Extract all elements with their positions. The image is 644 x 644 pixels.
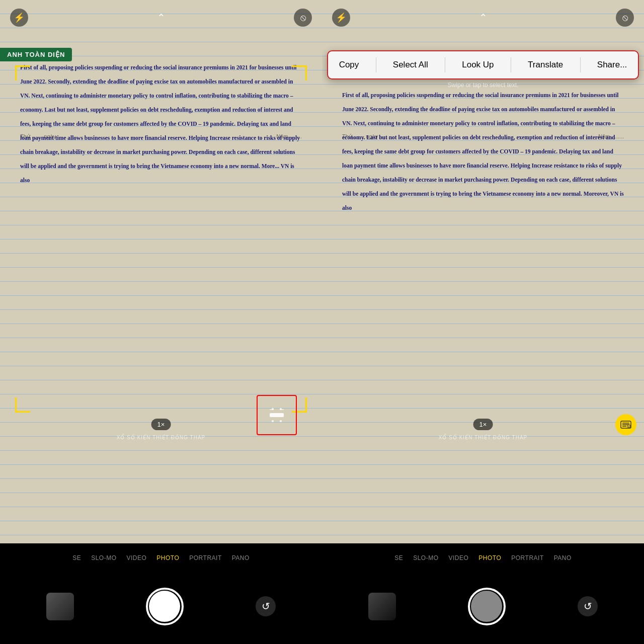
right-top-bar: ⚡ ⌃ ⦸ bbox=[322, 0, 644, 35]
right-zoom-badge[interactable]: 1× bbox=[473, 419, 493, 430]
flash-icon-right: ⚡ bbox=[336, 12, 347, 23]
svg-rect-0 bbox=[270, 413, 284, 417]
live-text-button-right[interactable] bbox=[615, 414, 636, 435]
menu-divider-2 bbox=[445, 57, 445, 72]
scan-box-left[interactable] bbox=[257, 395, 297, 435]
look-up-button[interactable]: Look Up bbox=[457, 56, 499, 74]
mode-slomo-right[interactable]: SLO-MO bbox=[413, 554, 438, 561]
left-flash-button[interactable]: ⚡ bbox=[10, 9, 28, 27]
svg-rect-6 bbox=[280, 409, 284, 410]
right-watermark: XỔ SỐ KIẾN THIẾT ĐỒNG THÁP bbox=[322, 435, 644, 440]
right-chevron-up[interactable]: ⌃ bbox=[479, 12, 488, 24]
live-off-left: ⦸ bbox=[300, 13, 306, 23]
translate-button[interactable]: Translate bbox=[523, 56, 568, 74]
share-button[interactable]: Share... bbox=[592, 56, 632, 74]
menu-divider-1 bbox=[376, 57, 376, 72]
right-camera-controls: SE SLO-MO VIDEO PHOTO PORTRAIT PANO ↺ bbox=[322, 543, 644, 644]
right-panel: Thứ ....... ngày ...... Năm ........ Fir… bbox=[322, 0, 644, 644]
mode-video-right[interactable]: VIDEO bbox=[448, 554, 468, 561]
flash-icon-left: ⚡ bbox=[14, 12, 25, 23]
mode-pano-right[interactable]: PANO bbox=[554, 554, 572, 561]
mode-photo-right[interactable]: PHOTO bbox=[478, 554, 501, 561]
corner-bracket-tl bbox=[15, 65, 30, 80]
right-flip-button[interactable]: ↺ bbox=[578, 596, 598, 616]
left-camera-modes: SE SLO-MO VIDEO PHOTO PORTRAIT PANO bbox=[0, 543, 322, 569]
scan-icon-left bbox=[258, 396, 296, 434]
green-label: ANH TOÀN DIỆN bbox=[0, 48, 72, 61]
menu-divider-3 bbox=[511, 57, 511, 72]
right-thumbnail[interactable] bbox=[368, 593, 396, 620]
copy-button[interactable]: Copy bbox=[334, 56, 364, 74]
mode-se-left[interactable]: SE bbox=[72, 554, 81, 561]
left-panel: Thứ ....... ngày ...... Năm ........ Fir… bbox=[0, 0, 322, 644]
flip-icon-right: ↺ bbox=[584, 600, 592, 612]
mode-portrait-right[interactable]: PORTRAIT bbox=[511, 554, 543, 561]
corner-bracket-bl bbox=[15, 397, 30, 413]
right-flash-button[interactable]: ⚡ bbox=[332, 9, 350, 27]
svg-rect-4 bbox=[280, 420, 282, 422]
context-menu-bar: Copy Select All Look Up Translate Share.… bbox=[327, 50, 639, 79]
left-viewfinder: Thứ ....... ngày ...... Năm ........ Fir… bbox=[0, 0, 322, 543]
flip-icon-left: ↺ bbox=[262, 600, 270, 612]
right-viewfinder: Thứ ....... ngày ...... Năm ........ Fir… bbox=[322, 0, 644, 543]
left-watermark: XỔ SỐ KIẾN THIẾT ĐỒNG THÁP bbox=[0, 435, 322, 440]
right-camera-actions: ↺ bbox=[322, 569, 644, 644]
mode-portrait-left[interactable]: PORTRAIT bbox=[189, 554, 221, 561]
mode-photo-left[interactable]: PHOTO bbox=[156, 554, 179, 561]
notebook-bg: Thứ ....... ngày ...... Năm ........ Fir… bbox=[0, 0, 322, 543]
left-shutter-inner bbox=[149, 591, 180, 622]
live-off-right: ⦸ bbox=[622, 13, 628, 23]
right-shutter-button[interactable] bbox=[468, 588, 506, 625]
corner-bracket-tr bbox=[292, 65, 307, 80]
select-all-button[interactable]: Select All bbox=[388, 56, 433, 74]
left-thumbnail[interactable] bbox=[46, 593, 74, 620]
left-top-bar: ⚡ ⌃ ⦸ bbox=[0, 0, 322, 35]
left-camera-actions: ↺ bbox=[0, 569, 322, 644]
left-shutter-button[interactable] bbox=[146, 588, 184, 625]
mode-slomo-left[interactable]: SLO-MO bbox=[91, 554, 116, 561]
left-camera-controls: SE SLO-MO VIDEO PHOTO PORTRAIT PANO ↺ bbox=[0, 543, 322, 644]
handwritten-text-left: First of all, proposing policies suspend… bbox=[20, 60, 302, 187]
right-live-icon[interactable]: ⦸ bbox=[616, 9, 634, 27]
mode-se-right[interactable]: SE bbox=[394, 554, 403, 561]
left-flip-button[interactable]: ↺ bbox=[256, 596, 276, 616]
right-shutter-inner bbox=[471, 591, 502, 622]
menu-divider-4 bbox=[580, 57, 581, 72]
swipe-hint: Swipe or tap to select text. bbox=[322, 82, 644, 89]
left-zoom-badge[interactable]: 1× bbox=[151, 419, 171, 430]
mode-pano-left[interactable]: PANO bbox=[232, 554, 250, 561]
mode-video-left[interactable]: VIDEO bbox=[126, 554, 146, 561]
handwritten-text-right: First of all, proposing policies suspend… bbox=[342, 88, 624, 215]
svg-rect-5 bbox=[270, 409, 274, 410]
left-live-icon[interactable]: ⦸ bbox=[294, 9, 312, 27]
left-chevron-up[interactable]: ⌃ bbox=[157, 12, 166, 24]
svg-rect-3 bbox=[272, 420, 274, 422]
right-camera-modes: SE SLO-MO VIDEO PHOTO PORTRAIT PANO bbox=[322, 543, 644, 569]
